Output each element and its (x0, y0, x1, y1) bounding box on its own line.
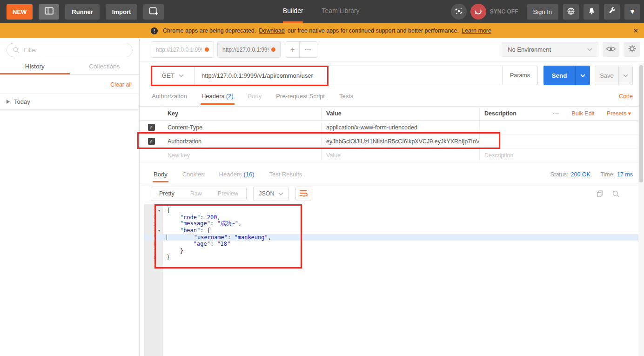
import-button[interactable]: Import (106, 4, 137, 20)
tab-headers[interactable]: Headers (2) (201, 89, 235, 105)
save-button[interactable]: Save (595, 66, 618, 85)
new-window-button[interactable] (143, 4, 164, 20)
format-select[interactable]: JSON (253, 187, 289, 201)
sign-in-button[interactable]: Sign In (527, 4, 558, 20)
tab-response-body[interactable]: Body (153, 168, 168, 182)
view-pretty-button[interactable]: Pretty (151, 187, 182, 201)
new-description-field[interactable]: Description (479, 148, 644, 162)
runner-button[interactable]: Runner (65, 4, 100, 20)
view-preview-button[interactable]: Preview (210, 187, 246, 201)
url-input[interactable] (195, 66, 502, 85)
header-description[interactable] (479, 134, 644, 148)
save-options-button[interactable] (618, 66, 632, 85)
unsaved-dot-icon (205, 47, 209, 52)
tab-options-button[interactable]: ••• (300, 41, 317, 58)
header-key[interactable]: Content-Type (163, 121, 321, 134)
sidebar-toggle-button[interactable] (39, 4, 59, 20)
sync-status-label: SYNC OFF (490, 8, 518, 15)
header-value[interactable]: eyJhbGciOiJIUzI1NiIsInR5cCI6IkpXVCJ9.eyJ… (321, 134, 479, 148)
status-value: 200 OK (571, 171, 590, 178)
environment-label: No Environment (508, 46, 551, 53)
environment-select[interactable]: No Environment (502, 42, 598, 57)
notifications-button[interactable] (584, 4, 599, 20)
vertical-scrollbar[interactable] (638, 63, 644, 356)
request-tab-1-label: http://127.0.0.1:999 (156, 47, 202, 53)
environment-preview-button[interactable] (603, 42, 619, 57)
header-description[interactable] (479, 121, 644, 134)
fold-arrow-icon[interactable]: ▾ (156, 228, 162, 233)
chevron-down-icon: ▾ (628, 110, 631, 117)
tab-response-headers[interactable]: Headers (16) (218, 168, 255, 182)
row-checkbox[interactable]: ✓ (148, 124, 155, 131)
response-body-viewer[interactable]: 1▾{2 "code": 200,3 "message": "成功~",4▾ "… (144, 204, 638, 356)
tab-history[interactable]: History (0, 59, 70, 74)
send-button[interactable]: Send (543, 66, 575, 85)
history-group-today[interactable]: Today (0, 94, 139, 110)
table-options-button[interactable]: ••• (553, 111, 560, 116)
scrollbar-thumb[interactable] (639, 65, 643, 182)
tab-builder[interactable]: Builder (283, 0, 303, 23)
code-link[interactable]: Code (619, 93, 633, 100)
expand-arrow-icon (7, 100, 10, 104)
deprecation-banner: ! Chrome apps are being deprecated. Down… (0, 23, 644, 38)
new-button[interactable]: NEW (7, 4, 33, 20)
tab-response-headers-label: Headers (219, 171, 242, 178)
tab-cookies[interactable]: Cookies (181, 168, 205, 182)
sidebar-toggle-icon (44, 7, 54, 16)
tab-tests[interactable]: Tests (338, 89, 354, 105)
sync-status-button[interactable] (470, 4, 486, 20)
favorites-button[interactable]: ♥ (624, 4, 640, 20)
wrap-text-button[interactable] (295, 187, 311, 201)
tab-collections[interactable]: Collections (70, 59, 140, 74)
interceptor-button[interactable] (451, 4, 467, 20)
tab-response-headers-count: (16) (243, 171, 254, 178)
method-select[interactable]: GET (151, 66, 195, 85)
history-group-label: Today (14, 98, 30, 105)
search-response-button[interactable] (612, 190, 620, 198)
copy-response-button[interactable] (596, 190, 604, 198)
search-icon (612, 190, 620, 198)
tab-headers-label: Headers (201, 93, 224, 100)
settings-button[interactable] (604, 4, 620, 20)
tab-authorization[interactable]: Authorization (151, 89, 188, 105)
clear-all-link[interactable]: Clear all (110, 81, 132, 88)
environment-settings-button[interactable] (624, 42, 640, 57)
request-tabstrip: http://127.0.0.1:999 http://127.0.0.1:99… (140, 38, 644, 61)
sync-icon (474, 7, 483, 17)
new-key-field[interactable]: New key (163, 148, 321, 162)
response-toolbar: Pretty Raw Preview JSON (140, 183, 644, 204)
params-button[interactable]: Params (502, 66, 537, 85)
new-value-field[interactable]: Value (321, 148, 479, 162)
tab-team-library[interactable]: Team Library (322, 0, 360, 23)
send-options-button[interactable] (575, 66, 590, 85)
header-value[interactable]: application/x-www-form-urlencoded (321, 121, 479, 134)
status-label: Status: (550, 171, 569, 178)
row-checkbox[interactable]: ✓ (148, 138, 155, 145)
table-row: ✓ Content-Type application/x-www-form-ur… (140, 121, 644, 134)
tab-request-body[interactable]: Body (247, 89, 263, 105)
code-line: 1▾{ (144, 207, 638, 214)
close-icon[interactable]: ✕ (633, 27, 638, 34)
tab-test-results[interactable]: Test Results (268, 168, 303, 182)
tab-prerequest-script[interactable]: Pre-request Script (275, 89, 326, 105)
time-value: 17 ms (617, 171, 633, 178)
filter-input[interactable] (7, 43, 133, 57)
request-tab-2-label: http://127.0.0.1:999 (222, 47, 268, 53)
bulk-edit-link[interactable]: Bulk Edit (572, 110, 595, 117)
learn-more-link[interactable]: Learn more (462, 27, 491, 34)
globe-button[interactable] (563, 4, 579, 20)
response-section-tabs: Body Cookies Headers (16) Test Results S… (140, 168, 644, 183)
globe-icon (567, 7, 575, 17)
view-raw-button[interactable]: Raw (182, 187, 210, 201)
code-line: 6 "age": "18" (144, 241, 638, 247)
presets-dropdown[interactable]: Presets ▾ (607, 110, 631, 117)
header-key[interactable]: Authorization (163, 134, 321, 148)
request-tab-2[interactable]: http://127.0.0.1:999 (217, 41, 281, 58)
app-header: NEW Runner Import Builder Team Library (0, 0, 644, 23)
method-label: GET (162, 72, 175, 79)
heart-icon: ♥ (630, 8, 635, 15)
new-tab-button[interactable]: + (286, 41, 300, 58)
request-tab-1[interactable]: http://127.0.0.1:999 (151, 41, 214, 58)
download-link[interactable]: Download (259, 27, 285, 34)
fold-arrow-icon[interactable]: ▾ (156, 208, 162, 213)
